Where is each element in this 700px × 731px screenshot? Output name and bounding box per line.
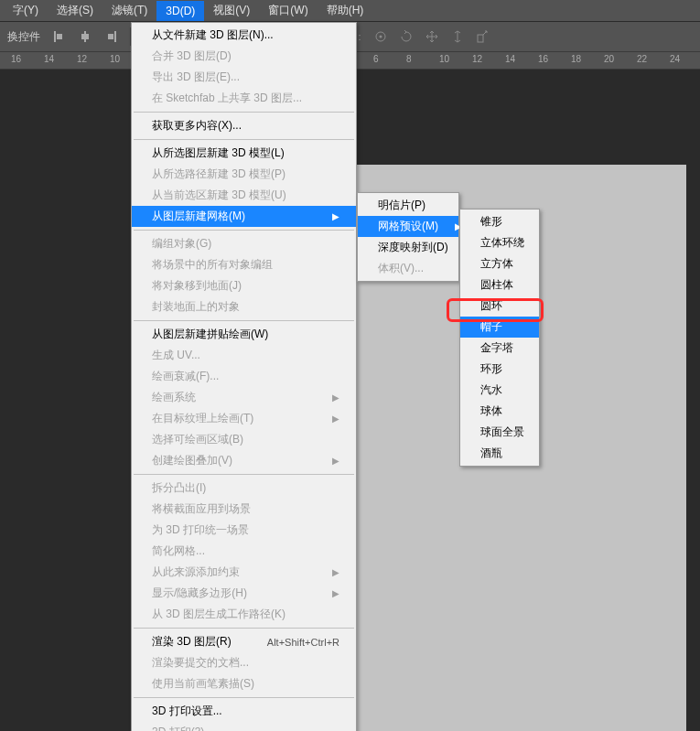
menu-item[interactable]: 3D 打印设置...	[132, 701, 356, 722]
menu-item[interactable]: 立方体	[460, 253, 539, 274]
menu-item-label: 帽子	[480, 319, 502, 335]
menu-item-label: 从图层新建拼贴绘画(W)	[152, 327, 268, 342]
menu-item[interactable]: 字(Y)	[4, 0, 48, 22]
ruler-tick: 14	[44, 54, 54, 64]
menu-item[interactable]: 网格预设(M)▶	[358, 216, 458, 237]
align-center-h-icon[interactable]	[75, 27, 95, 47]
menu-item[interactable]: 锥形	[460, 211, 539, 232]
menu-item-label: 将横截面应用到场景	[152, 501, 251, 517]
menu-item-label: 渲染 3D 图层(R)	[152, 634, 232, 650]
menu-item[interactable]: 从图层新建拼贴绘画(W)	[132, 324, 356, 345]
menu-item: 绘画系统▶	[132, 387, 356, 408]
menu-item-label: 体积(V)...	[378, 261, 424, 276]
menu-item[interactable]: 获取更多内容(X)...	[132, 115, 356, 136]
orbit-icon[interactable]	[371, 27, 391, 47]
menu-separator	[134, 474, 354, 475]
menu-shortcut: Alt+Shift+Ctrl+R	[267, 637, 339, 648]
submenu-arrow-icon: ▶	[332, 414, 339, 424]
menu-item-label: 简化网格...	[152, 543, 205, 559]
menu-item[interactable]: 球体	[460, 401, 539, 422]
menu-item-label: 合并 3D 图层(D)	[152, 48, 232, 64]
menu-item: 体积(V)...	[358, 258, 458, 279]
menu-item[interactable]: 窗口(W)	[259, 0, 317, 22]
menu-item: 在目标纹理上绘画(T)▶	[132, 408, 356, 429]
menu-item-label: 渲染要提交的文档...	[152, 655, 249, 671]
svg-rect-19	[478, 35, 483, 42]
submenu-arrow-icon: ▶	[332, 588, 339, 598]
svg-rect-0	[54, 31, 56, 42]
menu-item[interactable]: 深度映射到(D)▶	[358, 237, 458, 258]
menu-item: 编组对象(G)	[132, 233, 356, 254]
menu-item[interactable]: 明信片(P)	[358, 195, 458, 216]
menu-item[interactable]: 立体环绕	[460, 232, 539, 253]
menu-item: 渲染要提交的文档...	[132, 652, 356, 673]
layer-mesh-submenu: 明信片(P)网格预设(M)▶深度映射到(D)▶体积(V)...	[357, 192, 459, 282]
menu-item-label: 网格预设(M)	[378, 219, 438, 234]
menu-item[interactable]: 金字塔	[460, 338, 539, 359]
ruler-tick: 10	[110, 54, 120, 64]
menu-item[interactable]: 滤镜(T)	[102, 0, 156, 22]
menu-item[interactable]: 酒瓶	[460, 443, 539, 464]
menu-item[interactable]: 从所选图层新建 3D 模型(L)	[132, 143, 356, 164]
menu-item: 在 Sketchfab 上共享 3D 图层...	[132, 88, 356, 109]
pan-icon[interactable]	[422, 27, 442, 47]
menu-item-label: 为 3D 打印统一场景	[152, 522, 249, 538]
menu-item[interactable]: 帽子	[460, 317, 539, 338]
menu-item-label: 圆柱体	[480, 277, 513, 293]
menu-item: 导出 3D 图层(E)...	[132, 67, 356, 88]
menu-item[interactable]: 汽水	[460, 380, 539, 401]
align-left-icon[interactable]	[49, 27, 70, 47]
roll-icon[interactable]	[396, 27, 416, 47]
ruler-tick: 8	[406, 54, 412, 64]
menu-separator	[134, 628, 354, 629]
svg-point-18	[379, 36, 382, 38]
submenu-arrow-icon: ▶	[332, 456, 339, 466]
menu-item[interactable]: 渲染 3D 图层(R)Alt+Shift+Ctrl+R	[132, 631, 356, 652]
menu-item[interactable]: 帮助(H)	[318, 0, 373, 22]
svg-rect-5	[108, 34, 113, 39]
menu-item[interactable]: 视图(V)	[204, 0, 259, 22]
ruler-tick: 16	[11, 54, 21, 64]
submenu-arrow-icon: ▶	[332, 392, 339, 403]
menu-item-label: 编组对象(G)	[152, 236, 211, 252]
menu-item[interactable]: 选择(S)	[48, 0, 102, 22]
menu-item: 绘画衰减(F)...	[132, 366, 356, 387]
svg-rect-1	[57, 34, 62, 39]
menu-item[interactable]: 圆环	[460, 296, 539, 317]
menu-item-label: 从此来源添加约束	[152, 564, 240, 580]
menu-item-label: 封装地面上的对象	[152, 299, 240, 315]
menu-item: 从 3D 图层生成工作路径(K)	[132, 604, 356, 625]
mesh-preset-submenu: 锥形立体环绕立方体圆柱体圆环帽子金字塔环形汽水球体球面全景酒瓶	[459, 209, 540, 467]
menu-item[interactable]: 圆柱体	[460, 274, 539, 296]
ruler-tick: 22	[637, 54, 647, 64]
scale-icon[interactable]	[473, 27, 493, 47]
menu-separator	[134, 697, 354, 698]
menu-item-label: 深度映射到(D)	[378, 240, 448, 255]
menu-item-label: 创建绘图叠加(V)	[152, 453, 232, 468]
menu-item-label: 立体环绕	[480, 235, 524, 251]
menu-item[interactable]: 从文件新建 3D 图层(N)...	[132, 25, 356, 46]
menu-item-label: 3D 打印设置...	[152, 704, 222, 719]
menu-item[interactable]: 环形	[460, 359, 539, 380]
menu-item: 使用当前画笔素描(S)	[132, 673, 356, 694]
slide-icon[interactable]	[447, 27, 468, 47]
menu-item-label: 将场景中的所有对象编组	[152, 257, 273, 273]
menu-item[interactable]: 3D(D)	[156, 1, 204, 21]
menu-item: 生成 UV...	[132, 345, 356, 366]
menu-item[interactable]: 从图层新建网格(M)▶	[132, 206, 356, 227]
align-right-icon[interactable]	[101, 27, 121, 47]
menu-item-label: 生成 UV...	[152, 348, 200, 363]
menu-item-label: 导出 3D 图层(E)...	[152, 70, 240, 85]
menu-item-label: 将对象移到地面(J)	[152, 278, 242, 294]
menu-item-label: 绘画系统	[152, 390, 196, 405]
menu-item-label: 获取更多内容(X)...	[152, 118, 242, 134]
menu-item: 从所选路径新建 3D 模型(P)	[132, 164, 356, 185]
menu-item: 显示/隐藏多边形(H)▶	[132, 583, 356, 604]
menu-item[interactable]: 球面全景	[460, 422, 539, 443]
ruler-tick: 20	[604, 54, 614, 64]
svg-rect-4	[114, 31, 116, 42]
menu-item-label: 从图层新建网格(M)	[152, 209, 245, 224]
ruler-tick: 18	[571, 54, 581, 64]
menu-item-label: 金字塔	[480, 340, 513, 356]
menu-item: 合并 3D 图层(D)	[132, 46, 356, 67]
